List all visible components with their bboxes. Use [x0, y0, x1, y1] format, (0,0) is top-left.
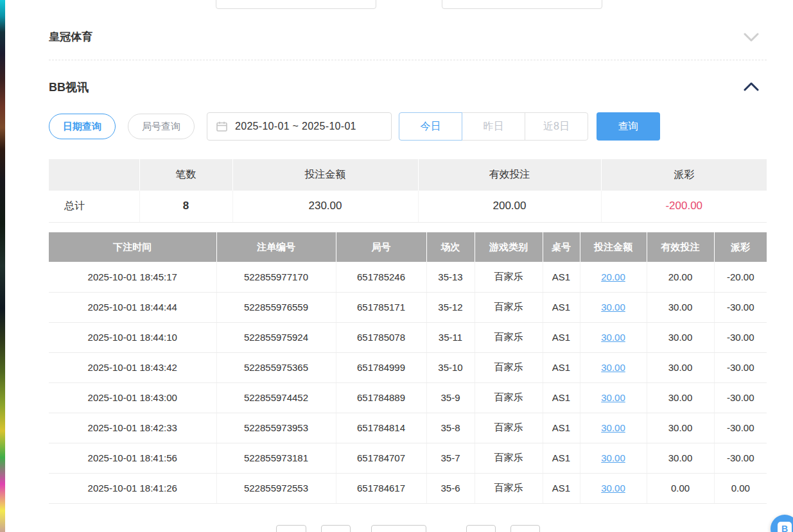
session-cell: 35-6: [426, 473, 475, 503]
yesterday-button[interactable]: 昨日: [462, 112, 525, 141]
date-range-picker[interactable]: 2025-10-01 ~ 2025-10-01: [207, 112, 392, 141]
bet-amount-cell: 30.00: [580, 382, 647, 413]
bet-amount-link[interactable]: 30.00: [601, 422, 625, 433]
valid-bet-cell: 0.00: [647, 473, 714, 503]
round-id-cell: 651784889: [336, 382, 426, 413]
bet-amount-link[interactable]: 30.00: [601, 302, 625, 313]
game-type-cell: 百家乐: [475, 352, 543, 382]
round-query-button[interactable]: 局号查询: [128, 114, 195, 139]
section-title-crown: 皇冠体育: [49, 26, 767, 49]
bet-amount-cell: 30.00: [580, 352, 647, 382]
table-no-cell: AS1: [543, 413, 580, 443]
col-header-valid-bet: 有效投注: [647, 232, 714, 262]
session-cell: 35-10: [426, 352, 475, 382]
bet-amount-cell: 30.00: [580, 413, 647, 443]
today-button[interactable]: 今日: [399, 112, 462, 141]
filter-bar: 日期查询 局号查询 2025-10-01 ~ 2025-10-01 今日 昨日 …: [49, 112, 767, 141]
table-row: 2025-10-01 18:44:10 522855975924 6517850…: [49, 322, 767, 352]
search-button[interactable]: 查询: [597, 112, 660, 141]
game-type-cell: 百家乐: [475, 413, 543, 443]
bet-amount-cell: 30.00: [580, 292, 647, 322]
chevron-up-icon[interactable]: [744, 82, 759, 94]
bet-time-cell: 2025-10-01 18:44:10: [49, 322, 216, 352]
col-header-session: 场次: [426, 232, 475, 262]
pagination-page-button[interactable]: [321, 525, 351, 532]
game-type-cell: 百家乐: [475, 292, 543, 322]
table-no-cell: AS1: [543, 382, 580, 413]
payout-cell: -30.00: [714, 413, 767, 443]
pagination-prev-button[interactable]: [276, 525, 306, 532]
bet-amount-cell: 20.00: [580, 262, 647, 292]
floating-service-button[interactable]: B: [771, 515, 793, 532]
table-row: 2025-10-01 18:43:00 522855974452 6517848…: [49, 382, 767, 413]
game-type-cell: 百家乐: [475, 382, 543, 413]
payout-cell: -20.00: [714, 262, 767, 292]
bet-id-cell: 522855973181: [216, 443, 336, 473]
valid-bet-cell: 30.00: [647, 382, 714, 413]
payout-cell: -30.00: [714, 382, 767, 413]
main-content: 皇冠体育 BB视讯 日期查询 局号查询 2025-10-01 ~ 2025-10…: [49, 0, 767, 532]
payout-cell: -30.00: [714, 443, 767, 473]
bet-id-cell: 522855972553: [216, 473, 336, 503]
bet-id-cell: 522855975924: [216, 322, 336, 352]
round-id-cell: 651785171: [336, 292, 426, 322]
chevron-down-icon[interactable]: [744, 33, 759, 44]
col-header-bet-time: 下注时间: [49, 232, 216, 262]
section-title-bb: BB视讯: [49, 76, 767, 99]
valid-bet-cell: 20.00: [647, 262, 714, 292]
bet-id-cell: 522855977170: [216, 262, 336, 292]
table-no-cell: AS1: [543, 322, 580, 352]
last-8-days-button[interactable]: 近8日: [525, 112, 588, 141]
bet-amount-link[interactable]: 30.00: [601, 362, 625, 373]
bet-amount-link[interactable]: 30.00: [601, 392, 625, 403]
date-query-button[interactable]: 日期查询: [49, 114, 116, 139]
col-header-payout: 派彩: [714, 232, 767, 262]
session-cell: 35-11: [426, 322, 475, 352]
bet-id-cell: 522855975365: [216, 352, 336, 382]
bet-amount-link[interactable]: 30.00: [601, 483, 625, 493]
round-id-cell: 651784617: [336, 473, 426, 503]
bet-amount-cell: 30.00: [580, 473, 647, 503]
game-type-cell: 百家乐: [475, 322, 543, 352]
bet-amount-link[interactable]: 30.00: [601, 332, 625, 343]
summary-header-empty: [49, 159, 139, 191]
section-crown-sports[interactable]: 皇冠体育: [49, 26, 767, 49]
summary-table: 笔数 投注金额 有效投注 派彩 总计 8 230.00 200.00 -200.…: [49, 159, 767, 223]
summary-payout-value: -200.00: [601, 191, 767, 222]
table-row: 2025-10-01 18:41:26 522855972553 6517846…: [49, 473, 767, 503]
summary-header-valid-bet: 有效投注: [418, 159, 601, 191]
table-row: 2025-10-01 18:41:56 522855973181 6517847…: [49, 443, 767, 473]
section-bb-video[interactable]: BB视讯: [49, 76, 767, 99]
payout-cell: -30.00: [714, 292, 767, 322]
summary-count-value: 8: [139, 191, 232, 222]
bet-amount-cell: 30.00: [580, 443, 647, 473]
pagination-next-button[interactable]: [466, 525, 496, 532]
pagination-page-select[interactable]: [371, 525, 426, 532]
session-cell: 35-13: [426, 262, 475, 292]
summary-total-label: 总计: [49, 191, 139, 222]
round-id-cell: 651784999: [336, 352, 426, 382]
bet-id-cell: 522855973953: [216, 413, 336, 443]
summary-header-count: 笔数: [139, 159, 232, 191]
valid-bet-cell: 30.00: [647, 352, 714, 382]
bet-time-cell: 2025-10-01 18:43:00: [49, 382, 216, 413]
table-no-cell: AS1: [543, 262, 580, 292]
round-id-cell: 651785078: [336, 322, 426, 352]
payout-cell: -30.00: [714, 352, 767, 382]
calendar-icon: [216, 121, 227, 132]
round-id-cell: 651784814: [336, 413, 426, 443]
session-cell: 35-7: [426, 443, 475, 473]
col-header-table-no: 桌号: [543, 232, 580, 262]
col-header-bet-id: 注单编号: [216, 232, 336, 262]
pagination-last-button[interactable]: [510, 525, 540, 532]
valid-bet-cell: 30.00: [647, 413, 714, 443]
quick-date-group: 今日 昨日 近8日: [399, 112, 588, 141]
game-type-cell: 百家乐: [475, 443, 543, 473]
table-row: 2025-10-01 18:42:33 522855973953 6517848…: [49, 413, 767, 443]
summary-valid-bet-value: 200.00: [418, 191, 601, 222]
bet-amount-link[interactable]: 20.00: [601, 271, 625, 282]
col-header-game-type: 游戏类别: [475, 232, 543, 262]
bet-amount-link[interactable]: 30.00: [601, 452, 625, 463]
table-row: 2025-10-01 18:44:44 522855976559 6517851…: [49, 292, 767, 322]
table-no-cell: AS1: [543, 443, 580, 473]
